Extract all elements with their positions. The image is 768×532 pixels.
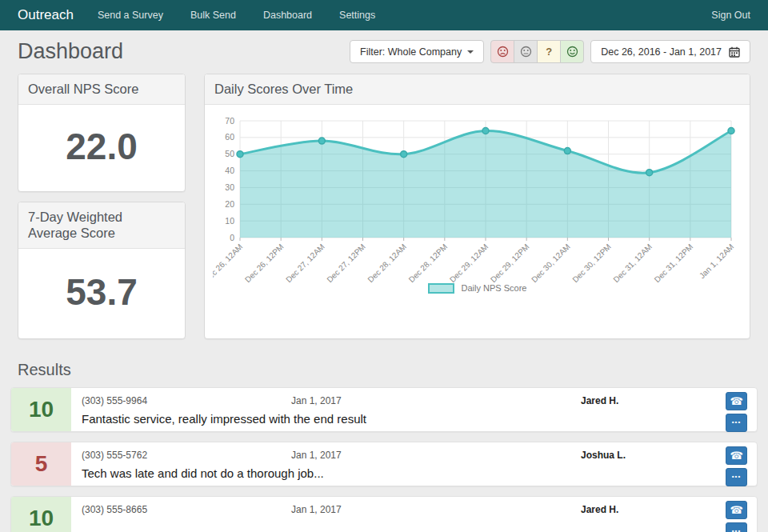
result-actions: ☎ ••• [726, 501, 747, 532]
svg-text:Dec 29, 12AM: Dec 29, 12AM [448, 242, 490, 282]
svg-text:0: 0 [230, 232, 234, 242]
result-comment: Tech was late and did not do a thorough … [82, 466, 324, 480]
svg-text:Dec 28, 12PM: Dec 28, 12PM [407, 242, 450, 282]
svg-text:Dec 27, 12AM: Dec 27, 12AM [284, 242, 326, 282]
call-button[interactable]: ☎ [726, 501, 747, 519]
result-row: 10 (303) 555-9964 Jan 1, 2017 Jared H. F… [10, 387, 758, 432]
results-title: Results [18, 361, 750, 379]
result-date: Jan 1, 2017 [291, 504, 342, 515]
brand-outreach[interactable]: Outreach [18, 7, 74, 23]
company-filter-dropdown[interactable]: Filter: Whole Company [350, 40, 484, 63]
legend-swatch [428, 283, 454, 294]
calendar-icon [729, 46, 740, 58]
weighted-average-card: 7-Day Weighted Average Score 53.7 [18, 202, 186, 339]
chart-legend: Daily NPS Score [213, 283, 742, 298]
svg-text:Dec 28, 12AM: Dec 28, 12AM [366, 242, 408, 282]
nav-dashboard[interactable]: Dashboard [263, 10, 312, 21]
question-mark-filter-button[interactable]: ? [537, 40, 561, 63]
svg-text:60: 60 [225, 132, 234, 142]
neutral-face-filter-button[interactable] [514, 40, 538, 63]
ellipsis-icon: ••• [732, 528, 741, 532]
result-phone: (303) 555-9964 [82, 395, 147, 406]
overall-nps-card-title: Overall NPS Score [18, 74, 185, 105]
result-phone: (303) 555-8665 [82, 504, 147, 515]
date-range-label: Dec 26, 2016 - Jan 1, 2017 [601, 46, 722, 58]
filter-controls: Filter: Whole Company [350, 40, 750, 63]
svg-text:Dec 26, 12AM: Dec 26, 12AM [213, 242, 244, 282]
svg-text:70: 70 [225, 115, 234, 125]
more-options-button[interactable]: ••• [726, 468, 747, 486]
daily-scores-card: Daily Scores Over Time 010203040506070De… [204, 74, 750, 339]
overall-nps-value: 22.0 [18, 105, 185, 191]
svg-text:30: 30 [225, 182, 234, 192]
call-button[interactable]: ☎ [726, 446, 747, 465]
main-grid: Overall NPS Score 22.0 7-Day Weighted Av… [18, 74, 750, 339]
score-cards-column: Overall NPS Score 22.0 7-Day Weighted Av… [18, 74, 186, 339]
sentiment-filter-group: ? [490, 40, 584, 63]
header-row: Dashboard Filter: Whole Company [18, 39, 750, 64]
svg-text:Dec 30, 12PM: Dec 30, 12PM [570, 242, 613, 282]
result-actions: ☎ ••• [726, 446, 747, 486]
score-badge: 10 [11, 388, 71, 431]
chart-body: 010203040506070Dec 26, 12AMDec 26, 12PMD… [205, 105, 750, 305]
chart-card-title: Daily Scores Over Time [205, 74, 750, 105]
phone-icon: ☎ [730, 505, 742, 515]
result-date: Jan 1, 2017 [291, 395, 342, 406]
phone-icon: ☎ [730, 396, 742, 406]
sad-face-filter-button[interactable] [490, 40, 514, 63]
more-options-button[interactable]: ••• [726, 414, 747, 432]
results-list: 10 (303) 555-9964 Jan 1, 2017 Jared H. F… [10, 387, 758, 532]
result-date: Jan 1, 2017 [291, 450, 342, 461]
result-row: 10 (303) 555-8665 Jan 1, 2017 Jared H. ☎… [10, 496, 758, 532]
nav-send-a-survey[interactable]: Send a Survey [98, 10, 163, 21]
svg-text:Dec 27, 12PM: Dec 27, 12PM [325, 242, 367, 282]
phone-icon: ☎ [730, 450, 742, 461]
neutral-face-icon [520, 46, 532, 58]
svg-text:Dec 31, 12PM: Dec 31, 12PM [653, 242, 695, 282]
sad-face-icon [497, 46, 509, 58]
overall-nps-card: Overall NPS Score 22.0 [18, 74, 186, 192]
question-mark-icon: ? [546, 46, 552, 58]
svg-text:Dec 26, 12PM: Dec 26, 12PM [243, 242, 286, 282]
happy-face-icon [566, 46, 578, 58]
svg-text:Jan 1, 12AM: Jan 1, 12AM [698, 242, 735, 279]
nav-bulk-send[interactable]: Bulk Send [190, 10, 236, 21]
svg-text:Dec 31, 12AM: Dec 31, 12AM [611, 242, 654, 282]
chevron-down-icon [467, 50, 474, 54]
svg-text:40: 40 [225, 166, 234, 175]
weighted-average-value: 53.7 [18, 249, 185, 338]
weighted-average-card-title: 7-Day Weighted Average Score [18, 202, 185, 249]
navbar: Outreach Send a Survey Bulk Send Dashboa… [0, 0, 768, 30]
nav-sign-out[interactable]: Sign Out [711, 10, 750, 21]
ellipsis-icon: ••• [732, 474, 741, 480]
svg-text:50: 50 [225, 149, 234, 158]
ellipsis-icon: ••• [732, 419, 741, 426]
company-filter-label: Filter: Whole Company [360, 46, 462, 58]
legend-label: Daily NPS Score [462, 283, 527, 293]
happy-face-filter-button[interactable] [560, 40, 584, 63]
result-row: 5 (303) 555-5762 Jan 1, 2017 Joshua L. T… [10, 442, 758, 486]
score-badge: 5 [11, 442, 71, 486]
page-title: Dashboard [18, 39, 123, 64]
result-actions: ☎ ••• [726, 392, 747, 432]
result-comment: Fantastic service, really impressed with… [82, 412, 366, 426]
svg-text:10: 10 [225, 215, 234, 225]
call-button[interactable]: ☎ [726, 392, 747, 410]
svg-text:Dec 29, 12PM: Dec 29, 12PM [489, 242, 531, 282]
result-customer-name: Jared H. [581, 504, 618, 515]
date-range-picker[interactable]: Dec 26, 2016 - Jan 1, 2017 [590, 40, 750, 63]
result-customer-name: Joshua L. [581, 450, 626, 461]
score-badge: 10 [11, 497, 71, 532]
result-phone: (303) 555-5762 [82, 450, 147, 461]
svg-text:20: 20 [225, 198, 234, 208]
result-customer-name: Jared H. [581, 395, 618, 406]
nav-settings[interactable]: Settings [339, 10, 375, 21]
more-options-button[interactable]: ••• [726, 522, 747, 532]
daily-scores-chart: 010203040506070Dec 26, 12AMDec 26, 12PMD… [213, 111, 741, 283]
svg-text:Dec 30, 12AM: Dec 30, 12AM [530, 242, 572, 282]
